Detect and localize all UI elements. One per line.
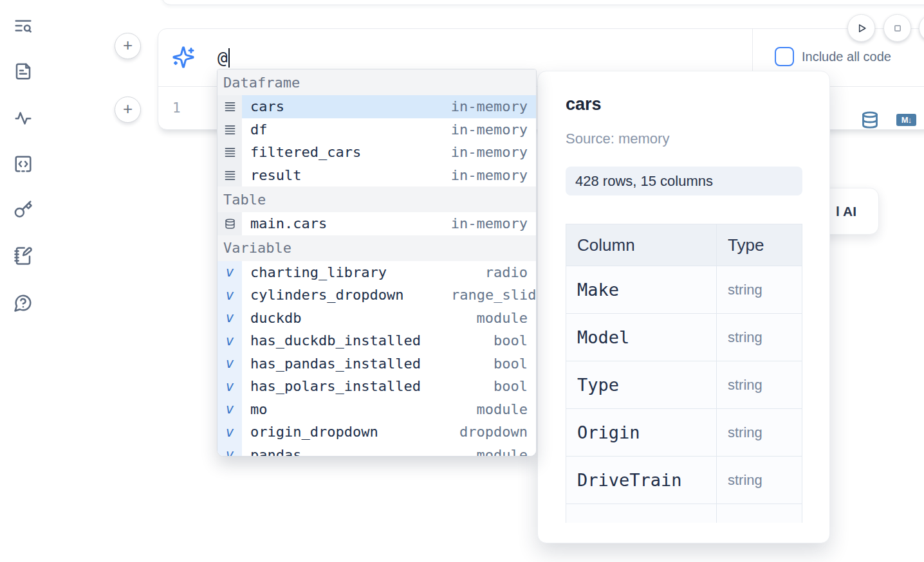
document-icon[interactable] bbox=[14, 62, 33, 81]
variable-gutter: v bbox=[217, 398, 242, 421]
variable-icon: v bbox=[226, 264, 234, 280]
schema-header-row: ColumnType bbox=[566, 224, 802, 266]
variable-icon: v bbox=[226, 333, 234, 349]
run-cell-button[interactable] bbox=[847, 14, 875, 42]
autocomplete-item-name: main.cars bbox=[250, 215, 327, 231]
schema-column-type: string bbox=[728, 329, 762, 346]
autocomplete-item-charting_library[interactable]: vcharting_libraryradio bbox=[217, 261, 536, 284]
schema-row: Makestring bbox=[566, 266, 802, 314]
autocomplete-item-mo[interactable]: vmomodule bbox=[217, 398, 536, 421]
key-icon[interactable] bbox=[14, 200, 33, 219]
variable-gutter: v bbox=[217, 444, 242, 457]
table-database-icon bbox=[225, 218, 236, 230]
autocomplete-item-name: has_pandas_installed bbox=[250, 356, 421, 372]
variable-gutter: v bbox=[217, 421, 242, 444]
schema-column-name: Make bbox=[577, 280, 619, 300]
schema-row: Typestring bbox=[566, 361, 802, 409]
dataframe-rows-icon bbox=[224, 147, 236, 158]
variable-gutter: v bbox=[217, 307, 242, 330]
autocomplete-item-type: module bbox=[477, 310, 528, 326]
autocomplete-dropdown: Dataframecarsin-memorydfin-memoryfiltere… bbox=[217, 69, 537, 457]
autocomplete-item-type: in-memory bbox=[451, 122, 528, 138]
autocomplete-section-header: Variable bbox=[217, 235, 536, 261]
search-list-icon[interactable] bbox=[14, 16, 33, 35]
autocomplete-item-name: result bbox=[250, 167, 301, 183]
schema-column-name: DriveTrain bbox=[577, 470, 682, 490]
autocomplete-item-name: mo bbox=[250, 401, 268, 417]
include-all-code-option: Include all code bbox=[775, 47, 891, 66]
autocomplete-item-name: df bbox=[250, 122, 268, 138]
previous-cell-partial bbox=[162, 0, 924, 5]
autocomplete-item-name: duckdb bbox=[250, 310, 301, 326]
variable-icon: v bbox=[226, 447, 234, 457]
schema-column-name: Model bbox=[577, 327, 629, 347]
autocomplete-item-type: module bbox=[477, 401, 528, 417]
autocomplete-item-main.cars[interactable]: main.carsin-memory bbox=[217, 212, 536, 235]
autocomplete-item-type: range_slider bbox=[451, 287, 536, 303]
autocomplete-item-result[interactable]: resultin-memory bbox=[217, 164, 536, 187]
variable-gutter: v bbox=[217, 284, 242, 307]
scratchpad-code-icon[interactable] bbox=[14, 154, 33, 174]
variable-icon: v bbox=[226, 379, 234, 394]
activity-icon[interactable] bbox=[14, 108, 33, 127]
markdown-cell-icon[interactable]: M↓ bbox=[896, 114, 916, 126]
autocomplete-item-origin_dropdown[interactable]: vorigin_dropdowndropdown bbox=[217, 421, 536, 444]
schema-row: Modelstring bbox=[566, 314, 802, 361]
autocomplete-item-name: filtered_cars bbox=[250, 144, 361, 160]
preview-schema-table: ColumnTypeMakestringModelstringTypestrin… bbox=[566, 224, 802, 523]
autocomplete-item-has_duckdb_installed[interactable]: vhas_duckdb_installedbool bbox=[217, 329, 536, 352]
dataframe-gutter bbox=[217, 164, 242, 187]
schema-column-type: string bbox=[728, 472, 762, 489]
autocomplete-item-name: cars bbox=[250, 98, 284, 114]
autocomplete-item-name: has_polars_installed bbox=[250, 378, 421, 394]
include-all-code-checkbox[interactable] bbox=[775, 47, 794, 66]
database-sql-cell-icon[interactable] bbox=[861, 110, 879, 130]
variable-icon: v bbox=[226, 287, 234, 303]
preview-shape-badge: 428 rows, 15 columns bbox=[566, 167, 802, 195]
autocomplete-item-pandas[interactable]: vpandasmodule bbox=[217, 444, 536, 457]
autocomplete-item-type: in-memory bbox=[451, 167, 528, 183]
line-number: 1 bbox=[172, 87, 181, 129]
autocomplete-section-header: Table bbox=[217, 186, 536, 212]
ai-button-label: l AI bbox=[836, 204, 856, 219]
schema-column-type: string bbox=[728, 377, 762, 394]
autocomplete-item-cars[interactable]: carsin-memory bbox=[217, 95, 536, 118]
variable-gutter: v bbox=[217, 261, 242, 284]
schema-row bbox=[566, 504, 802, 523]
autocomplete-item-filtered_cars[interactable]: filtered_carsin-memory bbox=[217, 141, 536, 164]
notebook-canvas: + + @ Include all code 1 M↓ bbox=[0, 0, 924, 562]
autocomplete-item-name: has_duckdb_installed bbox=[250, 332, 421, 349]
table-gutter bbox=[217, 212, 242, 235]
autocomplete-item-name: cylinders_dropdown bbox=[250, 287, 403, 303]
variable-icon: v bbox=[226, 401, 234, 417]
dataframe-gutter bbox=[217, 118, 242, 141]
autocomplete-item-has_polars_installed[interactable]: vhas_polars_installedbool bbox=[217, 375, 536, 398]
schema-column-type: string bbox=[728, 282, 762, 298]
include-all-code-label: Include all code bbox=[802, 50, 891, 64]
dataframe-rows-icon bbox=[224, 170, 236, 181]
autocomplete-item-name: charting_library bbox=[250, 264, 387, 280]
variable-gutter: v bbox=[217, 352, 242, 376]
add-cell-button-top[interactable]: + bbox=[115, 33, 141, 59]
autocomplete-item-type: radio bbox=[485, 264, 528, 280]
autocomplete-item-name: origin_dropdown bbox=[250, 424, 378, 440]
dataframe-gutter bbox=[217, 95, 242, 118]
schema-column-type: string bbox=[728, 424, 762, 441]
help-chat-icon[interactable] bbox=[14, 293, 33, 313]
dataframe-preview-card: cars Source: memory 428 rows, 15 columns… bbox=[537, 71, 830, 543]
autocomplete-item-type: dropdown bbox=[459, 424, 528, 440]
autocomplete-item-type: in-memory bbox=[451, 98, 528, 114]
add-cell-button-bottom[interactable]: + bbox=[115, 96, 141, 123]
autocomplete-item-duckdb[interactable]: vduckdbmodule bbox=[217, 307, 536, 330]
ai-prompt-value: @ bbox=[217, 48, 228, 68]
variable-gutter: v bbox=[217, 375, 242, 398]
autocomplete-item-type: bool bbox=[494, 332, 528, 349]
autocomplete-item-type: bool bbox=[494, 356, 528, 372]
schema-header-type: Type bbox=[717, 224, 802, 266]
autocomplete-item-cylinders_dropdown[interactable]: vcylinders_dropdownrange_slider bbox=[217, 284, 536, 307]
autocomplete-item-df[interactable]: dfin-memory bbox=[217, 118, 536, 141]
autocomplete-item-has_pandas_installed[interactable]: vhas_pandas_installedbool bbox=[217, 352, 536, 376]
notebook-pen-icon[interactable] bbox=[14, 246, 33, 266]
schema-row: DriveTrainstring bbox=[566, 457, 802, 504]
stop-button[interactable] bbox=[883, 14, 911, 42]
